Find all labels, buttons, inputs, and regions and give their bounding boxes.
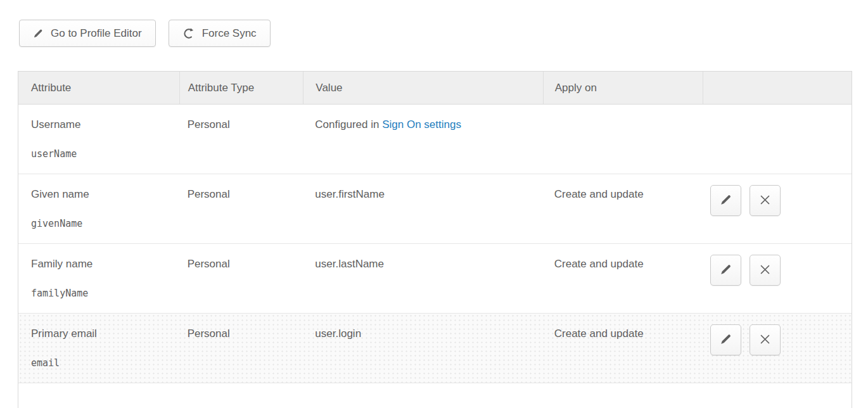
delete-attribute-button[interactable] <box>750 185 781 216</box>
go-to-profile-editor-button[interactable]: Go to Profile Editor <box>19 20 156 47</box>
close-icon <box>759 194 771 208</box>
attribute-cell: Family name familyName <box>18 244 179 313</box>
force-sync-button[interactable]: Force Sync <box>169 20 271 47</box>
edit-attribute-button[interactable] <box>710 185 741 216</box>
column-header-attribute: Attribute <box>18 72 179 104</box>
table-header: Attribute Attribute Type Value Apply on <box>18 72 852 105</box>
column-header-value: Value <box>303 72 542 104</box>
table-row-family-name: Family name familyName Personal user.las… <box>18 244 852 314</box>
column-header-apply-on: Apply on <box>543 72 703 104</box>
attribute-label: Family name <box>31 257 179 271</box>
actions-cell <box>703 105 852 174</box>
table-row-username: Username userName Personal Configured in… <box>18 105 852 174</box>
attribute-cell: Given name givenName <box>18 174 179 243</box>
apply-on-cell: Create and update <box>543 314 703 383</box>
attribute-code: userName <box>31 147 179 161</box>
value-cell: user.login <box>303 314 542 383</box>
attributes-table: Attribute Attribute Type Value Apply on … <box>18 71 852 408</box>
table-row-primary-email: Primary email email Personal user.login … <box>18 314 852 383</box>
attribute-cell: Username userName <box>18 105 179 174</box>
column-header-attribute-type: Attribute Type <box>179 72 303 104</box>
pencil-icon <box>720 333 732 347</box>
value-cell: Configured in Sign On settings <box>303 105 542 174</box>
close-icon <box>759 264 771 277</box>
table-row-given-name: Given name givenName Personal user.first… <box>18 174 852 244</box>
attribute-type-cell: Personal <box>179 314 303 383</box>
pencil-icon <box>720 263 732 277</box>
attribute-type-cell: Personal <box>179 174 303 243</box>
pencil-icon <box>720 193 732 208</box>
go-to-profile-editor-label: Go to Profile Editor <box>51 27 142 40</box>
close-icon <box>759 333 771 347</box>
sign-on-settings-link[interactable]: Sign On settings <box>382 118 461 131</box>
column-header-actions <box>703 72 852 104</box>
table-row-partial <box>18 383 852 408</box>
edit-attribute-button[interactable] <box>710 324 741 355</box>
attribute-label: Primary email <box>31 327 179 341</box>
actions-cell <box>703 174 852 243</box>
attribute-type-cell: Personal <box>179 105 303 174</box>
force-sync-label: Force Sync <box>202 27 257 40</box>
pencil-icon <box>33 28 44 39</box>
apply-on-cell <box>543 105 703 174</box>
value-text: Configured in <box>315 118 382 131</box>
attribute-cell: Primary email email <box>18 314 179 383</box>
apply-on-cell: Create and update <box>543 244 703 313</box>
actions-cell <box>703 314 852 383</box>
value-cell: user.firstName <box>303 174 542 243</box>
value-cell: user.lastName <box>303 244 542 313</box>
delete-attribute-button[interactable] <box>750 255 781 286</box>
attribute-mappings-page: Go to Profile Editor Force Sync Attribut… <box>0 0 868 408</box>
edit-attribute-button[interactable] <box>710 255 741 286</box>
attribute-code: givenName <box>31 217 179 231</box>
attribute-label: Username <box>31 118 179 132</box>
refresh-icon <box>182 27 195 40</box>
actions-cell <box>703 244 852 313</box>
toolbar: Go to Profile Editor Force Sync <box>19 20 271 47</box>
attribute-label: Given name <box>31 188 179 201</box>
apply-on-cell: Create and update <box>543 174 703 243</box>
attribute-code: familyName <box>31 286 179 300</box>
attribute-code: email <box>31 356 179 370</box>
delete-attribute-button[interactable] <box>750 324 781 355</box>
attribute-type-cell: Personal <box>179 244 303 313</box>
